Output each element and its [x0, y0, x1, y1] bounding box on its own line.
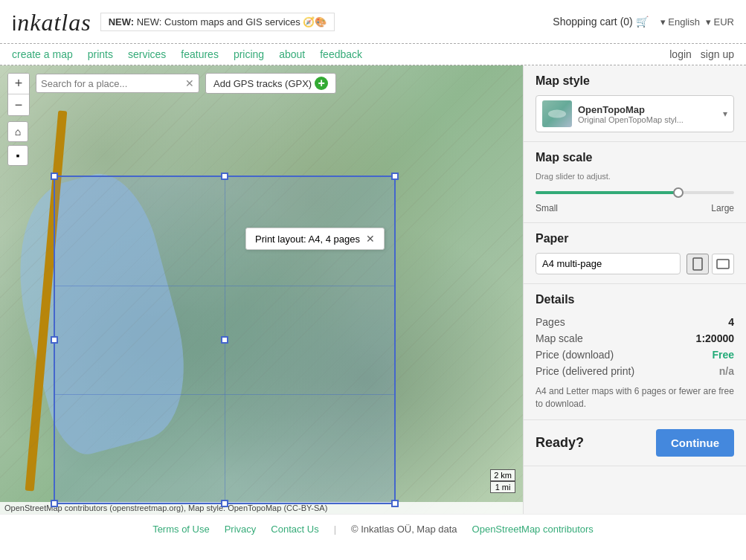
handle-mm[interactable] [221, 336, 228, 344]
header: inkatlas NEW: NEW: Custom maps and GIS s… [0, 0, 746, 44]
zoom-in-button[interactable]: + [8, 74, 29, 94]
ready-label: Ready? [536, 435, 584, 451]
nav-create-map[interactable]: create a map [12, 48, 73, 60]
square-button[interactable]: ▪ [7, 145, 28, 166]
style-dropdown-arrow: ▾ [723, 109, 727, 119]
new-icons: 🧭🎨 [303, 16, 327, 28]
site-logo[interactable]: inkatlas [12, 6, 91, 37]
portrait-icon [692, 257, 703, 271]
price-print-value: n/a [719, 365, 734, 377]
nav-bar: create a map prints services features pr… [0, 44, 746, 65]
style-thumbnail [542, 100, 572, 127]
scale-labels: Small Large [536, 203, 734, 213]
scale-slider-thumb[interactable] [673, 187, 684, 198]
nav-auth: login sign up [669, 48, 734, 60]
selection-rectangle[interactable] [54, 176, 396, 504]
scale-bar: 2 km 1 mi [490, 469, 515, 493]
lang-dropdown[interactable]: ▾ English [660, 16, 700, 28]
map-style-selector[interactable]: OpenTopoMap Original OpenTopoMap styl...… [536, 95, 734, 132]
handle-bm[interactable] [221, 500, 228, 507]
detail-note: A4 and Letter maps with 6 pages or fewer… [536, 385, 734, 411]
scale-detail-label: Map scale [536, 332, 583, 344]
new-text: NEW: Custom maps and GIS services [137, 16, 300, 28]
nav-prints[interactable]: prints [88, 48, 113, 60]
new-label: NEW: [109, 16, 134, 28]
terms-link[interactable]: Terms of Use [152, 524, 210, 535]
paper-select[interactable]: A4 multi-page A4 single page Letter mult… [536, 253, 681, 274]
gpx-label: Add GPS tracks (GPX) [213, 78, 312, 89]
footer-separator: | [334, 524, 336, 535]
privacy-link[interactable]: Privacy [225, 524, 257, 535]
print-tooltip-close[interactable]: ✕ [366, 233, 375, 245]
contact-link[interactable]: Contact Us [271, 524, 318, 535]
lang-currency: ▾ English ▾ EUR [660, 16, 734, 28]
paper-selector-wrap: A4 multi-page A4 single page Letter mult… [536, 253, 734, 274]
pages-label: Pages [536, 316, 565, 328]
footer-copyright: © Inkatlas OÜ, Map data [351, 524, 457, 535]
pages-value: 4 [728, 316, 734, 328]
handle-br[interactable] [391, 500, 399, 507]
zoom-out-button[interactable]: − [8, 94, 29, 115]
style-info: OpenTopoMap Original OpenTopoMap styl... [578, 104, 717, 124]
scale-slider-wrap[interactable] [536, 185, 734, 200]
landscape-button[interactable] [712, 254, 734, 274]
nav-feedback[interactable]: feedback [320, 48, 362, 60]
map-style-title: Map style [536, 74, 734, 88]
scale-slider-track [536, 191, 734, 194]
ready-wrap: Ready? Continue [536, 429, 734, 457]
map-scale-section: Map scale Drag slider to adjust. Small L… [524, 142, 746, 223]
pages-row: Pages 4 [536, 314, 734, 330]
add-icon: + [315, 77, 328, 90]
ready-section: Ready? Continue [524, 420, 746, 466]
login-link[interactable]: login [669, 48, 692, 60]
scale-slider-fill [536, 191, 678, 194]
price-download-value: Free [712, 349, 734, 361]
main-content: + − ⌂ ▪ ✕ Add GPS tracks (GPX) + Print l… [0, 65, 746, 514]
paper-title: Paper [536, 232, 734, 245]
orientation-buttons [686, 254, 734, 274]
continue-button[interactable]: Continue [656, 429, 734, 457]
search-clear-button[interactable]: ✕ [185, 77, 194, 89]
map-scale-title: Map scale [536, 151, 734, 164]
handle-ml[interactable] [51, 336, 58, 344]
map-nav-buttons: ⌂ ▪ [7, 121, 28, 166]
scale-drag-label: Drag slider to adjust. [536, 172, 734, 181]
handle-tm[interactable] [221, 173, 228, 180]
nav-features[interactable]: features [181, 48, 219, 60]
osm-link[interactable]: OpenStreetMap contributors [472, 524, 594, 535]
handle-bl[interactable] [51, 500, 58, 507]
price-print-label: Price (delivered print) [536, 365, 634, 377]
portrait-button[interactable] [686, 254, 709, 274]
cart-link[interactable]: Shopping cart (0) 🛒 [553, 16, 648, 28]
footer: Terms of Use Privacy Contact Us | © Inka… [0, 514, 746, 544]
style-name: OpenTopoMap [578, 104, 717, 115]
header-right: Shopping cart (0) 🛒 ▾ English ▾ EUR [553, 16, 734, 28]
details-section: Details Pages 4 Map scale 1:20000 Price … [524, 284, 746, 420]
svg-rect-1 [717, 260, 729, 268]
search-input[interactable] [41, 78, 185, 89]
price-download-label: Price (download) [536, 349, 614, 361]
nav-pricing[interactable]: pricing [234, 48, 264, 60]
handle-tl[interactable] [51, 173, 58, 180]
home-button[interactable]: ⌂ [7, 121, 28, 142]
add-gpx-button[interactable]: Add GPS tracks (GPX) + [205, 73, 336, 94]
scale-detail-value: 1:20000 [696, 332, 734, 344]
price-print-row: Price (delivered print) n/a [536, 363, 734, 379]
currency-dropdown[interactable]: ▾ EUR [706, 16, 734, 28]
cart-label: Shopping cart (0) [553, 16, 632, 28]
right-panel: Map style OpenTopoMap Original OpenTopoM… [523, 65, 746, 514]
print-tooltip: Print layout: A4, 4 pages ✕ [245, 228, 385, 250]
nav-services[interactable]: services [128, 48, 166, 60]
nav-about[interactable]: about [279, 48, 305, 60]
new-banner[interactable]: NEW: NEW: Custom maps and GIS services 🧭… [100, 13, 335, 31]
search-input-wrap[interactable]: ✕ [36, 74, 199, 93]
zoom-controls: + − [7, 73, 30, 116]
scale-small-label: Small [536, 203, 558, 213]
map-container[interactable]: + − ⌂ ▪ ✕ Add GPS tracks (GPX) + Print l… [0, 65, 523, 514]
handle-tr[interactable] [391, 173, 399, 180]
signup-link[interactable]: sign up [701, 48, 734, 60]
search-bar: ✕ Add GPS tracks (GPX) + [36, 73, 336, 94]
map-style-section: Map style OpenTopoMap Original OpenTopoM… [524, 65, 746, 142]
landscape-icon [716, 259, 730, 269]
svg-rect-0 [693, 258, 702, 270]
